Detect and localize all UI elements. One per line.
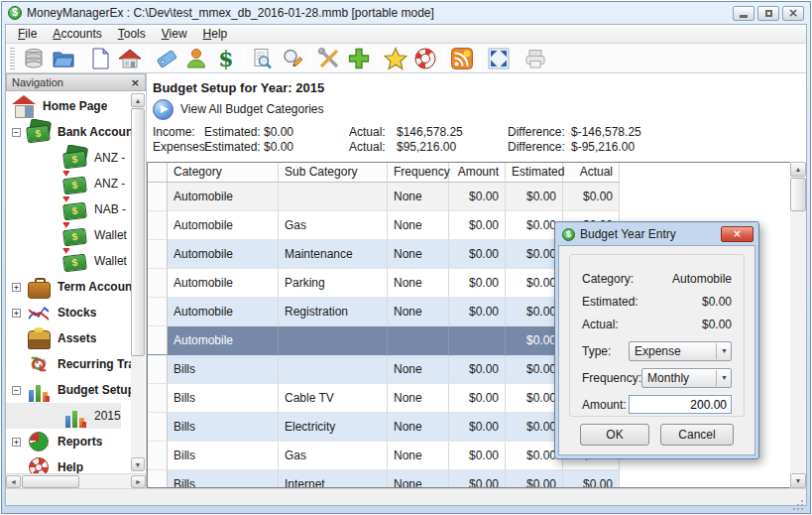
currency-dollar-icon[interactable]: $ bbox=[211, 45, 241, 72]
tree-item[interactable]: − Budget Setup bbox=[6, 377, 131, 403]
home-icon[interactable] bbox=[115, 45, 145, 72]
close-button[interactable]: × bbox=[782, 6, 804, 21]
dialog-titlebar[interactable]: $ Budget Year Entry × bbox=[558, 225, 755, 245]
scrollbar-thumb[interactable] bbox=[131, 108, 145, 356]
scroll-up-icon[interactable]: ▲ bbox=[131, 93, 145, 107]
table-row[interactable]: Bills None $0.00 $0.00 $0.00 bbox=[148, 355, 620, 384]
cell-amount: $0.00 bbox=[449, 470, 506, 488]
scroll-down-icon[interactable]: ▼ bbox=[131, 457, 145, 471]
new-file-icon[interactable] bbox=[85, 45, 115, 72]
scrollbar-thumb[interactable] bbox=[22, 475, 79, 488]
scroll-up-icon[interactable]: ▲ bbox=[790, 162, 806, 177]
navigation-vertical-scrollbar[interactable]: ▲ ▼ bbox=[131, 93, 145, 471]
tree-item[interactable]: Assets bbox=[6, 325, 96, 351]
toolbar-grip[interactable] bbox=[10, 48, 15, 69]
tree-item[interactable]: Wallet bbox=[6, 222, 127, 248]
scroll-left-icon[interactable]: ◄ bbox=[6, 475, 21, 488]
search-edit-icon[interactable] bbox=[278, 45, 307, 72]
amount-input[interactable] bbox=[629, 395, 732, 414]
scroll-right-icon[interactable]: ► bbox=[131, 475, 146, 488]
transaction-report-icon[interactable] bbox=[248, 45, 278, 72]
table-row[interactable]: Automobile Registration None $0.00 $0.00… bbox=[148, 298, 620, 326]
tree-item[interactable]: Wallet bbox=[6, 248, 127, 274]
grid-vertical-scrollbar[interactable]: ▲ ▼ bbox=[790, 162, 806, 488]
cancel-button[interactable]: Cancel bbox=[660, 424, 734, 446]
navigation-horizontal-scrollbar[interactable]: ◄ ► bbox=[6, 473, 146, 488]
tree-expander[interactable]: + bbox=[12, 309, 21, 318]
tree-item[interactable]: NAB - bbox=[6, 196, 126, 222]
scroll-down-icon[interactable]: ▼ bbox=[790, 473, 806, 488]
view-all-budget-categories-button[interactable]: View All Budget Categories bbox=[153, 97, 806, 121]
type-select[interactable]: Expense ▼ bbox=[629, 341, 732, 361]
table-row[interactable]: Automobile Gas None $0.00 $0.00 $0.00 bbox=[148, 211, 620, 240]
new-transaction-plus-icon[interactable] bbox=[344, 45, 374, 72]
table-row[interactable]: Bills Internet None $0.00 $0.00 $0.00 bbox=[148, 470, 620, 488]
grid-header-row: Category Sub Category Frequency Amount E… bbox=[148, 163, 620, 183]
tree-item[interactable]: Home Page bbox=[6, 93, 107, 119]
menu-item[interactable]: Tools bbox=[110, 25, 154, 43]
dialog-close-button[interactable]: × bbox=[721, 226, 754, 242]
frequency-select[interactable]: Monthly ▼ bbox=[641, 368, 732, 388]
tools-icon[interactable] bbox=[314, 45, 344, 72]
column-header-actual[interactable]: Actual bbox=[563, 163, 620, 183]
cell-amount: $0.00 bbox=[449, 442, 506, 470]
column-header-sub-category[interactable]: Sub Category bbox=[279, 163, 388, 183]
tree-expander[interactable]: + bbox=[12, 283, 21, 292]
column-header-frequency[interactable]: Frequency bbox=[388, 163, 449, 183]
cell-sub-category: Cable TV bbox=[279, 384, 388, 413]
support-lifebuoy-icon[interactable] bbox=[410, 45, 440, 72]
tree-item[interactable]: Help bbox=[6, 454, 83, 473]
navigation-close-icon[interactable]: × bbox=[131, 77, 140, 88]
table-row[interactable]: Automobile Maintenance None $0.00 $0.00 … bbox=[148, 240, 620, 269]
menu-item[interactable]: Help bbox=[195, 25, 236, 43]
restore-button[interactable] bbox=[757, 6, 779, 21]
open-database-icon[interactable] bbox=[49, 45, 78, 72]
tree-item-icon bbox=[27, 430, 51, 453]
chevron-down-icon: ▼ bbox=[716, 370, 728, 386]
tree-expander[interactable]: − bbox=[12, 386, 21, 395]
tree-item[interactable]: + Reports bbox=[6, 429, 102, 454]
tree-item-label: 2015 bbox=[94, 409, 121, 423]
print-icon[interactable] bbox=[521, 45, 550, 72]
tree-item[interactable]: ANZ - bbox=[6, 145, 125, 171]
table-row[interactable]: Bills Cable TV None $0.00 $0.00 $0.00 bbox=[148, 384, 620, 413]
categories-tag-icon[interactable] bbox=[152, 45, 181, 72]
menu-item[interactable]: File bbox=[10, 25, 45, 43]
tree-item[interactable]: 2015 bbox=[6, 403, 121, 429]
row-header-cell bbox=[148, 384, 168, 413]
cell-frequency: None bbox=[388, 269, 449, 298]
tree-expander[interactable]: + bbox=[12, 438, 21, 447]
app-icon: $ bbox=[8, 6, 22, 20]
row-header-cell bbox=[148, 183, 168, 211]
view-all-label: View All Budget Categories bbox=[180, 102, 324, 116]
table-row[interactable]: Automobile $0.00 bbox=[148, 326, 620, 355]
tree-expander[interactable]: − bbox=[12, 128, 21, 137]
tree-item[interactable]: − Bank Accounts bbox=[6, 119, 131, 145]
menu-item[interactable]: Accounts bbox=[45, 25, 109, 43]
toolbar-separator bbox=[517, 47, 518, 70]
column-header-amount[interactable]: Amount bbox=[449, 163, 506, 183]
tree-item[interactable]: ANZ - bbox=[6, 171, 125, 196]
column-header-estimated[interactable]: Estimated bbox=[506, 163, 563, 183]
ok-button[interactable]: OK bbox=[580, 424, 649, 446]
toolbar-separator bbox=[148, 47, 149, 70]
fullscreen-icon[interactable] bbox=[484, 45, 514, 72]
table-row[interactable]: Automobile None $0.00 $0.00 $0.00 bbox=[148, 183, 620, 211]
table-row[interactable]: Automobile Parking None $0.00 $0.00 $0.0… bbox=[148, 269, 620, 298]
tree-item-icon bbox=[27, 455, 51, 473]
tree-item[interactable]: Recurring Transactions bbox=[6, 351, 131, 377]
news-rss-icon[interactable] bbox=[447, 45, 477, 72]
column-header-category[interactable]: Category bbox=[168, 163, 279, 183]
scrollbar-thumb[interactable] bbox=[790, 178, 806, 211]
tree-item[interactable]: + Stocks bbox=[6, 300, 96, 325]
cell-category: Bills bbox=[168, 470, 279, 488]
menu-item[interactable]: View bbox=[154, 25, 195, 43]
tree-item[interactable]: + Term Accounts bbox=[6, 274, 131, 300]
new-database-icon[interactable] bbox=[19, 45, 49, 72]
payees-person-icon[interactable] bbox=[181, 45, 211, 72]
favorites-star-icon[interactable] bbox=[381, 45, 410, 72]
minimize-button[interactable] bbox=[733, 6, 754, 21]
table-row[interactable]: Bills Electricity None $0.00 $0.00 $0.00 bbox=[148, 413, 620, 442]
row-header-cell bbox=[148, 298, 168, 326]
table-row[interactable]: Bills Gas None $0.00 $0.00 $0.00 bbox=[148, 442, 620, 470]
